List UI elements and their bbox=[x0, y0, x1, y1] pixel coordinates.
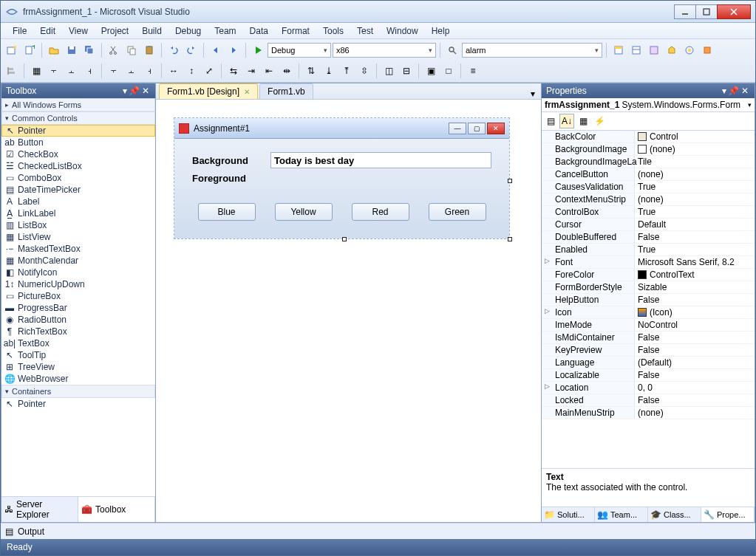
hspace-inc-icon[interactable]: ⇥ bbox=[243, 63, 259, 79]
tab-toolbox[interactable]: 🧰Toolbox bbox=[78, 497, 155, 522]
same-height-icon[interactable]: ↕ bbox=[183, 63, 200, 79]
platform-dropdown[interactable]: x86 bbox=[333, 43, 436, 58]
start-debug-button[interactable] bbox=[250, 42, 266, 58]
start-page-icon[interactable] bbox=[681, 42, 698, 58]
new-project-icon[interactable] bbox=[4, 42, 20, 58]
menu-test[interactable]: Test bbox=[351, 24, 379, 38]
textbox-main[interactable] bbox=[270, 152, 491, 168]
property-row[interactable]: MainMenuStrip(none) bbox=[542, 407, 755, 419]
tab-design[interactable]: Form1.vb [Design]✕ bbox=[159, 83, 258, 99]
button-yellow[interactable]: Yellow bbox=[275, 203, 333, 221]
property-row[interactable]: FormBorderStyleSizable bbox=[542, 281, 755, 294]
dropdown-icon[interactable]: ▾ bbox=[722, 86, 726, 96]
designed-form[interactable]: Assignment#1 — ▢ ✕ Background bbox=[174, 117, 510, 239]
toolbox-item-checkedlistbox[interactable]: ☱CheckedListBox bbox=[1, 160, 155, 172]
property-row[interactable]: CancelButton(none) bbox=[542, 168, 755, 181]
center-v-icon[interactable]: ⊟ bbox=[398, 63, 415, 79]
button-blue[interactable]: Blue bbox=[198, 203, 256, 221]
same-width-icon[interactable]: ↔ bbox=[166, 63, 182, 79]
property-row[interactable]: BackColorControl bbox=[542, 131, 755, 143]
minimize-button[interactable] bbox=[674, 4, 696, 19]
close-button[interactable] bbox=[717, 4, 751, 19]
toolbox-item-checkbox[interactable]: ☑CheckBox bbox=[1, 148, 155, 160]
panel-tab[interactable]: 🎓Class... bbox=[648, 507, 701, 522]
send-back-icon[interactable]: □ bbox=[440, 63, 457, 79]
menu-tools[interactable]: Tools bbox=[317, 24, 350, 38]
menu-project[interactable]: Project bbox=[95, 24, 134, 38]
property-row[interactable]: BackgroundImageLaTile bbox=[542, 156, 755, 168]
property-row[interactable]: ForeColorControlText bbox=[542, 269, 755, 281]
align-left-icon[interactable] bbox=[4, 63, 20, 79]
menu-data[interactable]: Data bbox=[244, 24, 274, 38]
pin-icon[interactable]: 📌 bbox=[129, 86, 139, 96]
property-row[interactable]: ContextMenuStrip(none) bbox=[542, 193, 755, 206]
toolbox-item-button[interactable]: abButton bbox=[1, 137, 155, 148]
property-row[interactable]: DoubleBufferedFalse bbox=[542, 231, 755, 244]
hspace-equal-icon[interactable]: ⇆ bbox=[225, 63, 242, 79]
property-row[interactable]: LocalizableFalse bbox=[542, 369, 755, 382]
label-foreground[interactable]: Foreground bbox=[192, 173, 263, 184]
menu-debug[interactable]: Debug bbox=[169, 24, 207, 38]
toolbox-item-progressbar[interactable]: ▬ProgressBar bbox=[1, 302, 155, 314]
nav-fwd-icon[interactable] bbox=[225, 42, 242, 58]
toolbox-item-radiobutton[interactable]: ◉RadioButton bbox=[1, 314, 155, 326]
hspace-dec-icon[interactable]: ⇤ bbox=[261, 63, 277, 79]
toolbox-group[interactable]: ▾Common Controls bbox=[1, 111, 155, 125]
toolbox-item-webbrowser[interactable]: 🌐WebBrowser bbox=[1, 373, 155, 385]
properties-object-selector[interactable]: frmAssignment_1 System.Windows.Forms.For… bbox=[542, 98, 755, 112]
paste-icon[interactable] bbox=[141, 42, 157, 58]
align-lefts-icon[interactable]: ⫟ bbox=[46, 63, 62, 79]
categorized-icon[interactable]: ▤ bbox=[543, 114, 558, 128]
property-row[interactable]: ▷Location0, 0 bbox=[542, 382, 755, 394]
label-background[interactable]: Background bbox=[192, 155, 263, 166]
panel-tab[interactable]: 🔧Prope... bbox=[701, 507, 755, 522]
toolbox-item-pointer[interactable]: ↖Pointer bbox=[1, 398, 155, 410]
button-green[interactable]: Green bbox=[429, 203, 486, 221]
toolbox-item-picturebox[interactable]: ▭PictureBox bbox=[1, 290, 155, 302]
toolbox-item-notifyicon[interactable]: ◧NotifyIcon bbox=[1, 267, 155, 278]
center-h-icon[interactable]: ◫ bbox=[381, 63, 397, 79]
property-row[interactable]: Language(Default) bbox=[542, 357, 755, 369]
align-rights-icon[interactable]: ⫞ bbox=[81, 63, 98, 79]
panel-tab[interactable]: 📁Soluti... bbox=[542, 507, 595, 522]
menu-window[interactable]: Window bbox=[381, 24, 424, 38]
property-row[interactable]: IsMdiContainerFalse bbox=[542, 332, 755, 344]
maximize-button[interactable] bbox=[695, 4, 718, 19]
menu-help[interactable]: Help bbox=[426, 24, 456, 38]
toolbox-item-numericupdown[interactable]: 1↕NumericUpDown bbox=[1, 278, 155, 290]
cut-icon[interactable] bbox=[106, 42, 122, 58]
properties-window-icon[interactable] bbox=[628, 42, 644, 58]
menu-team[interactable]: Team bbox=[208, 24, 242, 38]
dropdown-icon[interactable]: ▾ bbox=[123, 86, 127, 96]
tab-code[interactable]: Form1.vb bbox=[259, 83, 313, 99]
menu-file[interactable]: File bbox=[7, 24, 33, 38]
toolbox-item-listview[interactable]: ▦ListView bbox=[1, 231, 155, 243]
toolbox-item-treeview[interactable]: ⊞TreeView bbox=[1, 361, 155, 373]
toolbox-item-listbox[interactable]: ▥ListBox bbox=[1, 219, 155, 231]
menu-view[interactable]: View bbox=[63, 24, 94, 38]
toolbox-item-label[interactable]: ALabel bbox=[1, 196, 155, 207]
toolbox-group[interactable]: ▸All Windows Forms bbox=[1, 98, 155, 111]
redo-icon[interactable] bbox=[183, 42, 200, 58]
tab-dropdown-icon[interactable]: ▾ bbox=[528, 89, 538, 99]
find-icon[interactable] bbox=[444, 42, 460, 58]
align-middles-icon[interactable]: ⫠ bbox=[123, 63, 140, 79]
align-centers-icon[interactable]: ⫠ bbox=[64, 63, 80, 79]
property-row[interactable]: ControlBoxTrue bbox=[542, 206, 755, 219]
button-red[interactable]: Red bbox=[352, 203, 409, 221]
property-row[interactable]: LockedFalse bbox=[542, 394, 755, 407]
tab-server-explorer[interactable]: 🖧Server Explorer bbox=[1, 497, 78, 522]
object-browser-icon[interactable] bbox=[646, 42, 662, 58]
vspace-inc-icon[interactable]: ⤓ bbox=[321, 63, 337, 79]
toolbox-item-datetimepicker[interactable]: ▤DateTimePicker bbox=[1, 184, 155, 196]
property-row[interactable]: ▷Icon(Icon) bbox=[542, 306, 755, 319]
toolbox-item-richtextbox[interactable]: ¶RichTextBox bbox=[1, 326, 155, 337]
close-panel-icon[interactable]: ✕ bbox=[140, 86, 151, 96]
bring-front-icon[interactable]: ▣ bbox=[423, 63, 439, 79]
panel-tab[interactable]: 👥Team... bbox=[595, 507, 648, 522]
extension-manager-icon[interactable] bbox=[699, 42, 715, 58]
solution-explorer-icon[interactable] bbox=[610, 42, 627, 58]
menu-build[interactable]: Build bbox=[136, 24, 168, 38]
toolbox-item-textbox[interactable]: ab|TextBox bbox=[1, 337, 155, 349]
find-dropdown[interactable]: alarm bbox=[462, 43, 602, 58]
